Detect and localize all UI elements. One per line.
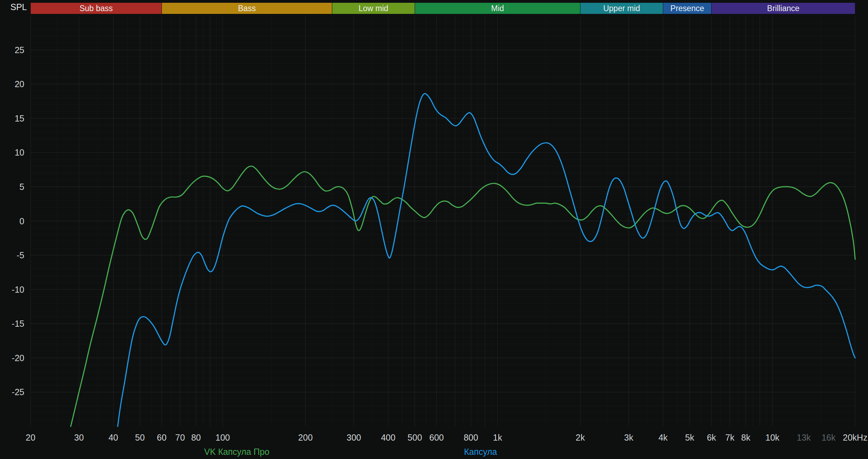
y-tick-label: 20 <box>15 79 24 89</box>
y-tick-label: -25 <box>12 387 24 397</box>
band-label-presence: Presence <box>670 4 704 13</box>
band-label-upper-mid: Upper mid <box>603 4 640 13</box>
x-axis-labels: 203040506070801002003004005006008001k2k3… <box>26 433 867 442</box>
x-tick-label: 5k <box>685 433 694 442</box>
y-tick-label: -20 <box>12 353 24 363</box>
x-tick-label: 10k <box>766 433 780 442</box>
band-label-bass: Bass <box>238 4 256 13</box>
x-tick-label: 50 <box>135 433 145 442</box>
y-tick-label: -10 <box>12 285 24 294</box>
x-tick-label: 13k <box>797 433 811 442</box>
x-tick-label: 16k <box>821 433 836 442</box>
x-tick-label: 70 <box>175 433 185 442</box>
x-tick-label: 30 <box>74 433 84 442</box>
band-strip: Sub bassBassLow midMidUpper midPresenceB… <box>31 3 855 14</box>
y-tick-label: -15 <box>12 319 24 328</box>
x-tick-label: 100 <box>216 433 230 442</box>
x-tick-label: 800 <box>464 433 478 442</box>
x-tick-label: 2k <box>576 433 585 442</box>
band-label-mid: Mid <box>491 4 504 13</box>
x-tick-label: 8k <box>741 433 751 442</box>
y-tick-label: -5 <box>17 250 24 260</box>
x-tick-label: 7k <box>725 433 735 442</box>
x-tick-label: 300 <box>347 433 361 442</box>
frequency-response-chart: Sub bassBassLow midMidUpper midPresenceB… <box>0 0 868 459</box>
x-tick-label: 4k <box>658 433 668 442</box>
x-tick-label: 3k <box>624 433 633 442</box>
band-label-brilliance: Brilliance <box>767 4 799 13</box>
y-axis-labels: 2520151050-5-10-15-20-25 <box>12 45 24 397</box>
x-tick-label: 40 <box>108 433 118 442</box>
y-tick-label: 5 <box>19 182 24 192</box>
y-tick-label: 25 <box>15 45 24 55</box>
y-tick-label: 10 <box>15 148 24 157</box>
chart-stage: SPL Sub bassBassLow midMidUpper midPrese… <box>0 0 868 459</box>
x-tick-label: 80 <box>191 433 201 442</box>
x-tick-label: 600 <box>429 433 444 442</box>
y-tick-label: 0 <box>19 216 24 226</box>
band-label-low-mid: Low mid <box>359 4 389 13</box>
x-tick-label: 20 <box>26 433 35 442</box>
x-tick-label: 400 <box>381 433 395 442</box>
x-tick-label: 6k <box>707 433 716 442</box>
x-tick-label: 500 <box>408 433 422 442</box>
x-tick-label: 20kHz <box>843 433 868 442</box>
x-tick-label: 1k <box>493 433 502 442</box>
y-tick-label: 15 <box>15 114 24 123</box>
legend-item-vk-kapsula-pro[interactable]: VK Капсула Про <box>204 448 269 456</box>
x-tick-label: 200 <box>298 433 313 442</box>
legend-item-kapsula[interactable]: Капсула <box>464 448 497 456</box>
band-label-sub-bass: Sub bass <box>80 4 113 13</box>
series-kapsula <box>118 94 855 426</box>
x-tick-label: 60 <box>157 433 167 442</box>
